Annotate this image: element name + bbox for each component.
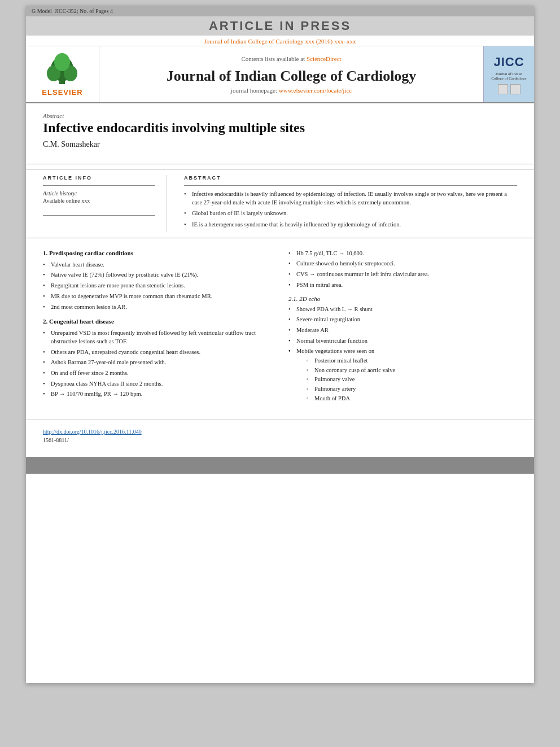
right-col: Hb 7.5 g/dl, TLC → 10,600. Culture showe… (288, 250, 517, 409)
top-bar: G Model JICC-352; No. of Pages 4 (26, 6, 534, 16)
abstract-bullet-1: Infective endocarditis is heavily influe… (184, 190, 517, 207)
page: G Model JICC-352; No. of Pages 4 ARTICLE… (26, 6, 534, 683)
jicc-badge: JICC Journal of IndianCollege of Cardiol… (483, 46, 534, 102)
r-bullet-1: Hb 7.5 g/dl, TLC → 10,600. (288, 250, 517, 258)
main-content: 1. Predisposing cardiac conditions Valvu… (26, 238, 534, 420)
s2-bullet-6: BP → 110/70 mmHg, PR → 120 bpm. (43, 390, 272, 399)
s1-bullet-3: Regurgitant lesions are more prone than … (43, 282, 272, 290)
r2-bullet-1: Showed PDA with L → R shunt (288, 305, 517, 314)
subsection-heading: 2.1. 2D echo (288, 295, 517, 302)
header-section: ELSEVIER Contents lists available at Sci… (26, 46, 534, 103)
article-info-heading: Article Info (43, 175, 155, 181)
journal-name: Journal of Indian College of Cardiology (167, 68, 417, 85)
jicc-icon-box-2 (510, 84, 520, 94)
homepage-line: journal homepage: www.elsevier.com/locat… (231, 87, 352, 94)
right-bullets2: Showed PDA with L → R shunt Severe mitra… (288, 305, 517, 403)
section2-heading: 2. Congenital heart disease (43, 318, 272, 325)
jicc-icon-box-1 (498, 84, 508, 94)
paper-title: Infective endocarditis involving multipl… (43, 120, 517, 136)
jicc-label: JICC-352; No. of Pages 4 (55, 8, 113, 14)
s1-bullet-2: Native valve IE (72%) followed by prosth… (43, 271, 272, 279)
sub-bullets-list: Posterior mitral leaflet Non coronary cu… (307, 357, 517, 403)
abstract-bullets-list: Infective endocarditis is heavily influe… (184, 190, 517, 229)
right-bullets1: Hb 7.5 g/dl, TLC → 10,600. Culture showe… (288, 250, 517, 290)
divider-1 (26, 164, 534, 164)
s2-bullet-3: Ashok Barman 27-year-old male presented … (43, 359, 272, 367)
abstract-bullet-2: Global burden of IE is largely unknown. (184, 209, 517, 218)
sciencedirect-link[interactable]: ScienceDirect (307, 55, 342, 62)
abstract-col-divider (184, 185, 517, 186)
sub-bullet-3: Pulmonary valve (307, 375, 517, 384)
info-columns: Article Info Article history: Available … (26, 169, 534, 238)
r-bullet-2: Culture showed α hemolytic streptococci. (288, 260, 517, 268)
article-in-press-banner: ARTICLE IN PRESS (26, 16, 534, 36)
article-history-label: Article history: (43, 190, 155, 196)
article-info-col: Article Info Article history: Available … (43, 175, 167, 232)
issn-text: 1561-8811/ (43, 437, 517, 443)
sub-bullet-1: Posterior mitral leaflet (307, 357, 517, 365)
jicc-badge-title: JICC (493, 55, 524, 69)
s1-bullet-1: Valvular heart disease. (43, 261, 272, 269)
s2-bullet-2: Others are PDA, unrepaired cyanotic cong… (43, 348, 272, 357)
col-divider-2 (43, 215, 155, 216)
s2-bullet-5: Dyspnoea class NYHA class II since 2 mon… (43, 380, 272, 388)
contents-line: Contents lists available at ScienceDirec… (241, 55, 341, 62)
g-model-label: G Model (32, 8, 52, 14)
left-col: 1. Predisposing cardiac conditions Valvu… (43, 250, 272, 409)
r-bullet-4: PSM in mitral area. (288, 281, 517, 290)
s2-bullet-4: On and off fever since 2 months. (43, 369, 272, 378)
article-history-value: Available online xxx (43, 198, 155, 204)
bottom-bar (26, 457, 534, 474)
jicc-badge-sub: Journal of IndianCollege of Cardiology (491, 72, 527, 81)
elsevier-text: ELSEVIER (42, 88, 82, 97)
elsevier-tree-icon (42, 52, 82, 86)
abstract-bullet-3: IE is a heterogeneous syndrome that is h… (184, 221, 517, 229)
abstract-col-heading: Abstract (184, 175, 517, 181)
section1-heading: 1. Predisposing cardiac conditions (43, 250, 272, 256)
homepage-link[interactable]: www.elsevier.com/locate/jicc (279, 87, 352, 94)
abstract-col: Abstract Infective endocarditis is heavi… (184, 175, 517, 232)
jicc-icons (498, 84, 520, 94)
footer-section: http://dx.doi.org/10.1016/j.jicc.2016.11… (26, 420, 534, 445)
abstract-section: Abstract Infective endocarditis involvin… (26, 103, 534, 159)
col-divider (43, 185, 155, 186)
journal-title-area: Contents lists available at ScienceDirec… (99, 46, 483, 102)
logo-area: ELSEVIER (26, 46, 99, 102)
elsevier-logo: ELSEVIER (42, 52, 82, 97)
sub-bullet-5: Mouth of PDA (307, 395, 517, 403)
abstract-label: Abstract (43, 112, 517, 119)
r-bullet-3: CVS → continuous murmur in left infra cl… (288, 270, 517, 279)
s2-bullet-1: Unrepaired VSD is most frequently involv… (43, 329, 272, 346)
sub-bullet-4: Pulmonary artery (307, 385, 517, 394)
doi-link[interactable]: http://dx.doi.org/10.1016/j.jicc.2016.11… (43, 429, 142, 435)
author-name: C.M. Somashekar (43, 140, 517, 149)
s1-bullet-4: MR due to degenerative MVP is more commo… (43, 292, 272, 301)
s1-bullet-5: 2nd most common lesion is AR. (43, 303, 272, 312)
r2-bullet-3: Moderate AR (288, 326, 517, 335)
svg-point-4 (54, 53, 70, 71)
section2-bullets: Unrepaired VSD is most frequently involv… (43, 329, 272, 399)
sub-bullet-2: Non coronary cusp of aortic valve (307, 366, 517, 375)
r2-bullet-2: Severe mitral regurgitation (288, 316, 517, 324)
r2-bullet-4: Normal biventricular function (288, 337, 517, 346)
r2-bullet-5: • Mobile vegetations were seen on Poster… (288, 347, 517, 403)
section1-bullets: Valvular heart disease. Native valve IE … (43, 261, 272, 311)
journal-ref-bar: Journal of Indian College of Cardiology … (26, 36, 534, 46)
